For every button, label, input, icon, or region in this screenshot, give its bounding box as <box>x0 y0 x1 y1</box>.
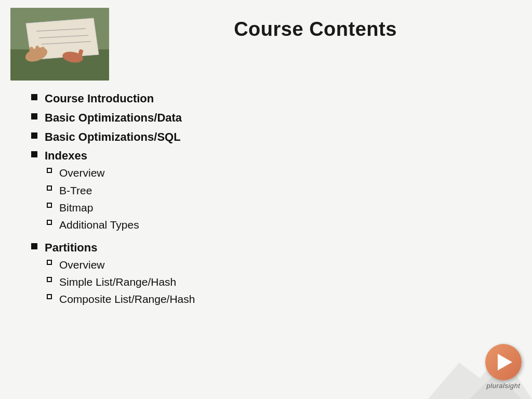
list-item-label: Partitions <box>45 240 97 256</box>
sub-list-item-simple: Simple List/Range/Hash <box>47 274 195 289</box>
sub-list-item-composite: Composite List/Range/Hash <box>47 291 195 307</box>
sub-bullet-icon <box>47 294 52 299</box>
list-item-indexes: Indexes Overview B-Tree Bitmap <box>31 148 501 236</box>
list-item-label: Basic Optimizations/SQL <box>45 129 181 145</box>
sub-bullet-icon <box>47 168 52 173</box>
list-item-label: Course Introduction <box>45 91 154 107</box>
sub-list-item-partitions-overview: Overview <box>47 257 195 272</box>
indexes-sub-list: Overview B-Tree Bitmap Additional Types <box>47 165 139 235</box>
sub-list-item-label: Bitmap <box>59 200 93 215</box>
slide-title: Course Contents <box>234 18 397 41</box>
list-item-basic-sql: Basic Optimizations/SQL <box>31 129 501 145</box>
bullet-icon <box>31 132 37 139</box>
header-area: Course Contents <box>0 0 532 86</box>
partitions-sub-list: Overview Simple List/Range/Hash Composit… <box>47 257 195 309</box>
sub-list-item-label: Simple List/Range/Hash <box>59 274 176 289</box>
sub-bullet-icon <box>47 203 52 208</box>
content-area: Course Introduction Basic Optimizations/… <box>0 86 532 325</box>
sub-list-item-label: B-Tree <box>59 183 92 198</box>
list-item-label: Indexes <box>45 148 87 164</box>
play-button <box>485 344 522 380</box>
list-item-partitions: Partitions Overview Simple List/Range/Ha… <box>31 240 501 311</box>
play-triangle-icon <box>498 354 512 370</box>
pluralsight-logo: pluralsight <box>485 344 522 390</box>
sub-bullet-icon <box>47 260 52 265</box>
sub-bullet-icon <box>47 185 52 191</box>
slide-container: Course Contents Course Introduction Basi… <box>0 0 532 399</box>
list-item-basic-data: Basic Optimizations/Data <box>31 110 501 126</box>
sub-list-item-label: Composite List/Range/Hash <box>59 291 195 307</box>
thumbnail-image <box>10 8 109 81</box>
main-list: Course Introduction Basic Optimizations/… <box>31 91 501 311</box>
sub-list-item-overview: Overview <box>47 165 139 180</box>
sub-list-item-label: Additional Types <box>59 217 139 232</box>
sub-list-item-label: Overview <box>59 165 105 180</box>
bullet-icon <box>31 94 37 100</box>
sub-list-item-btree: B-Tree <box>47 183 139 198</box>
sub-list-item-additional-types: Additional Types <box>47 217 139 232</box>
title-area: Course Contents <box>109 8 522 41</box>
bullet-icon <box>31 243 37 249</box>
bullet-icon <box>31 113 37 119</box>
sub-list-item-bitmap: Bitmap <box>47 200 139 215</box>
list-item-course-intro: Course Introduction <box>31 91 501 107</box>
sub-bullet-icon <box>47 277 52 282</box>
list-item-label: Basic Optimizations/Data <box>45 110 182 126</box>
sub-bullet-icon <box>47 220 52 225</box>
bullet-icon <box>31 151 37 157</box>
brand-text: pluralsight <box>487 382 521 390</box>
sub-list-item-label: Overview <box>59 257 105 272</box>
